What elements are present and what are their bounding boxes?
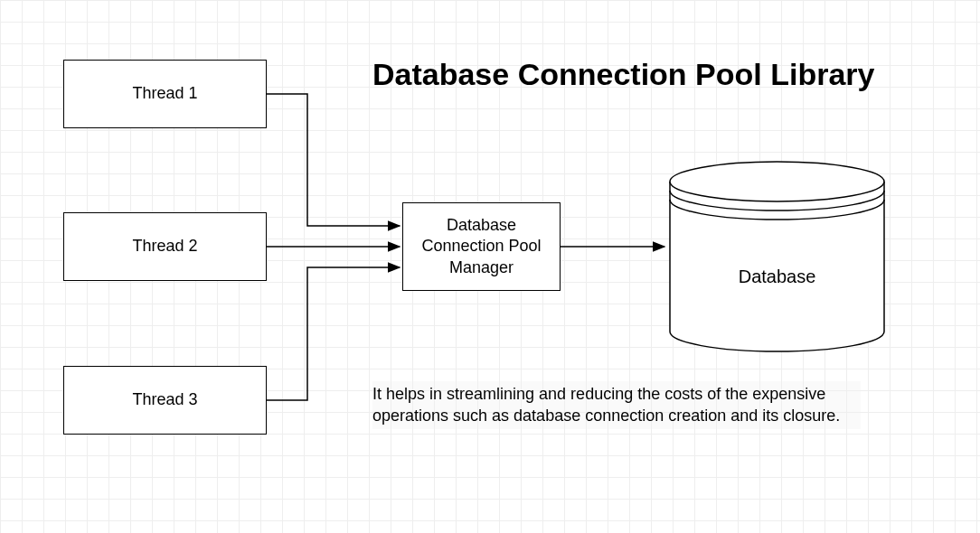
thread-label: Thread 1 xyxy=(132,83,197,104)
thread-box-2: Thread 2 xyxy=(63,212,267,281)
database-label: Database xyxy=(666,266,888,287)
thread-label: Thread 3 xyxy=(132,389,197,410)
diagram-title: Database Connection Pool Library xyxy=(372,56,879,93)
thread-box-3: Thread 3 xyxy=(63,366,267,435)
manager-label: Database Connection Pool Manager xyxy=(410,215,552,278)
diagram-description: It helps in streamlining and reducing th… xyxy=(372,381,861,429)
connector-thread1-to-manager xyxy=(267,94,400,226)
cylinder-shape xyxy=(666,158,888,355)
connector-thread3-to-manager xyxy=(267,267,400,400)
thread-box-1: Thread 1 xyxy=(63,60,267,128)
database-cylinder: Database xyxy=(666,158,888,355)
thread-label: Thread 2 xyxy=(132,236,197,257)
connection-pool-manager-box: Database Connection Pool Manager xyxy=(402,202,561,291)
svg-point-0 xyxy=(670,162,884,201)
diagram-canvas: Database Connection Pool Library Thread … xyxy=(0,0,980,533)
